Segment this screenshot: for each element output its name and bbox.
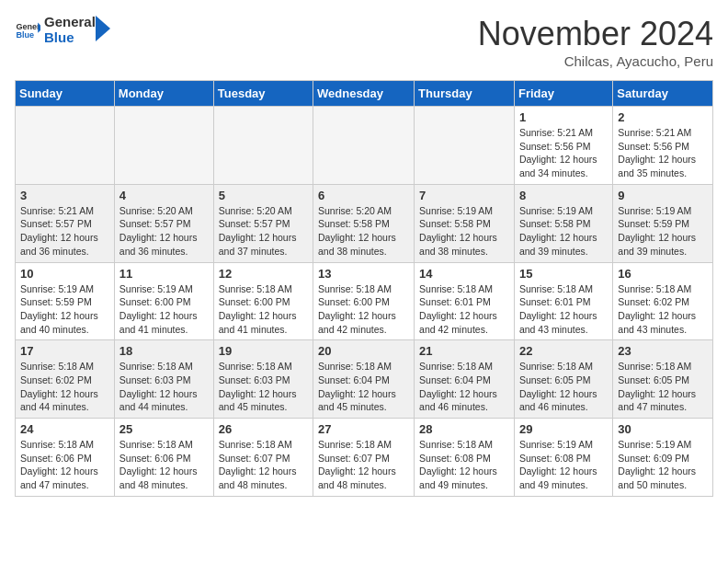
weekday-header-friday: Friday <box>514 81 612 107</box>
logo: General Blue General Blue <box>15 15 110 45</box>
weekday-header-thursday: Thursday <box>415 81 515 107</box>
logo-blue-text: Blue <box>44 30 96 46</box>
calendar-cell: 9Sunrise: 5:19 AM Sunset: 5:59 PM Daylig… <box>613 184 713 262</box>
calendar-cell: 10Sunrise: 5:19 AM Sunset: 5:59 PM Dayli… <box>16 262 115 340</box>
day-info: Sunrise: 5:18 AM Sunset: 6:07 PM Dayligh… <box>219 438 308 492</box>
calendar-cell: 15Sunrise: 5:18 AM Sunset: 6:01 PM Dayli… <box>514 262 612 340</box>
calendar-cell: 8Sunrise: 5:19 AM Sunset: 5:58 PM Daylig… <box>514 184 612 262</box>
day-number: 25 <box>119 422 209 436</box>
weekday-header-sunday: Sunday <box>16 81 115 107</box>
day-number: 21 <box>419 344 509 358</box>
day-number: 13 <box>318 267 409 281</box>
day-number: 6 <box>318 189 409 202</box>
calendar-cell <box>415 107 515 185</box>
day-info: Sunrise: 5:18 AM Sunset: 6:04 PM Dayligh… <box>419 360 509 414</box>
calendar-week-1: 1Sunrise: 5:21 AM Sunset: 5:56 PM Daylig… <box>16 107 713 185</box>
calendar-cell: 11Sunrise: 5:19 AM Sunset: 6:00 PM Dayli… <box>114 262 213 340</box>
day-info: Sunrise: 5:18 AM Sunset: 6:05 PM Dayligh… <box>519 360 608 414</box>
day-number: 11 <box>119 267 209 281</box>
day-info: Sunrise: 5:18 AM Sunset: 6:01 PM Dayligh… <box>419 282 509 337</box>
day-info: Sunrise: 5:18 AM Sunset: 6:07 PM Dayligh… <box>318 438 409 492</box>
calendar-cell: 21Sunrise: 5:18 AM Sunset: 6:04 PM Dayli… <box>415 340 515 419</box>
calendar-cell: 5Sunrise: 5:20 AM Sunset: 5:57 PM Daylig… <box>213 184 313 262</box>
calendar-cell: 24Sunrise: 5:18 AM Sunset: 6:06 PM Dayli… <box>16 419 115 497</box>
day-info: Sunrise: 5:21 AM Sunset: 5:57 PM Dayligh… <box>20 204 109 259</box>
day-number: 17 <box>20 344 109 358</box>
day-info: Sunrise: 5:19 AM Sunset: 5:58 PM Dayligh… <box>519 204 608 259</box>
calendar-cell: 1Sunrise: 5:21 AM Sunset: 5:56 PM Daylig… <box>514 107 612 185</box>
calendar-cell: 29Sunrise: 5:19 AM Sunset: 6:08 PM Dayli… <box>514 419 612 497</box>
calendar-cell: 12Sunrise: 5:18 AM Sunset: 6:00 PM Dayli… <box>213 262 313 340</box>
logo-icon: General Blue <box>15 17 40 43</box>
day-info: Sunrise: 5:20 AM Sunset: 5:57 PM Dayligh… <box>219 204 308 259</box>
day-info: Sunrise: 5:18 AM Sunset: 6:06 PM Dayligh… <box>20 438 109 492</box>
day-number: 5 <box>219 189 308 202</box>
calendar-cell: 14Sunrise: 5:18 AM Sunset: 6:01 PM Dayli… <box>415 262 515 340</box>
logo-general-text: General <box>44 15 96 30</box>
calendar-week-2: 3Sunrise: 5:21 AM Sunset: 5:57 PM Daylig… <box>16 184 713 262</box>
day-info: Sunrise: 5:21 AM Sunset: 5:56 PM Dayligh… <box>618 126 708 180</box>
calendar-week-5: 24Sunrise: 5:18 AM Sunset: 6:06 PM Dayli… <box>16 419 713 497</box>
day-info: Sunrise: 5:19 AM Sunset: 5:58 PM Dayligh… <box>419 204 509 259</box>
day-info: Sunrise: 5:18 AM Sunset: 6:02 PM Dayligh… <box>20 360 109 414</box>
calendar-cell <box>213 107 313 185</box>
day-number: 16 <box>618 267 708 281</box>
day-info: Sunrise: 5:19 AM Sunset: 6:00 PM Dayligh… <box>119 282 209 337</box>
day-number: 14 <box>419 267 509 281</box>
calendar-cell <box>313 107 415 185</box>
day-info: Sunrise: 5:20 AM Sunset: 5:58 PM Dayligh… <box>318 204 409 259</box>
day-number: 20 <box>318 344 409 358</box>
title-block: November 2024 Chilcas, Ayacucho, Peru <box>478 15 713 69</box>
svg-text:Blue: Blue <box>16 30 34 40</box>
day-number: 7 <box>419 189 509 202</box>
day-info: Sunrise: 5:18 AM Sunset: 6:04 PM Dayligh… <box>318 360 409 414</box>
day-number: 22 <box>519 344 608 358</box>
day-info: Sunrise: 5:18 AM Sunset: 6:02 PM Dayligh… <box>618 282 708 337</box>
calendar-cell: 20Sunrise: 5:18 AM Sunset: 6:04 PM Dayli… <box>313 340 415 419</box>
calendar-cell: 7Sunrise: 5:19 AM Sunset: 5:58 PM Daylig… <box>415 184 515 262</box>
day-number: 24 <box>20 422 109 436</box>
day-number: 12 <box>219 267 308 281</box>
calendar-cell: 6Sunrise: 5:20 AM Sunset: 5:58 PM Daylig… <box>313 184 415 262</box>
day-number: 10 <box>20 267 109 281</box>
day-number: 19 <box>219 344 308 358</box>
svg-text:General: General <box>16 21 40 30</box>
calendar-table: SundayMondayTuesdayWednesdayThursdayFrid… <box>15 80 713 497</box>
weekday-header-tuesday: Tuesday <box>213 81 313 107</box>
day-info: Sunrise: 5:19 AM Sunset: 5:59 PM Dayligh… <box>618 204 708 259</box>
calendar-cell: 30Sunrise: 5:19 AM Sunset: 6:09 PM Dayli… <box>613 419 713 497</box>
day-number: 18 <box>119 344 209 358</box>
logo-triangle <box>96 16 110 41</box>
day-number: 3 <box>20 189 109 202</box>
day-number: 30 <box>618 422 708 436</box>
day-info: Sunrise: 5:21 AM Sunset: 5:56 PM Dayligh… <box>519 126 608 180</box>
calendar-cell: 19Sunrise: 5:18 AM Sunset: 6:03 PM Dayli… <box>213 340 313 419</box>
calendar-week-4: 17Sunrise: 5:18 AM Sunset: 6:02 PM Dayli… <box>16 340 713 419</box>
day-info: Sunrise: 5:18 AM Sunset: 6:00 PM Dayligh… <box>318 282 409 337</box>
weekday-header-monday: Monday <box>114 81 213 107</box>
day-number: 15 <box>519 267 608 281</box>
day-number: 23 <box>618 344 708 358</box>
day-info: Sunrise: 5:18 AM Sunset: 6:00 PM Dayligh… <box>219 282 308 337</box>
day-info: Sunrise: 5:19 AM Sunset: 6:09 PM Dayligh… <box>618 438 708 492</box>
day-number: 1 <box>519 110 608 124</box>
weekday-header-saturday: Saturday <box>613 81 713 107</box>
calendar-cell: 3Sunrise: 5:21 AM Sunset: 5:57 PM Daylig… <box>16 184 115 262</box>
day-number: 4 <box>119 189 209 202</box>
day-info: Sunrise: 5:18 AM Sunset: 6:08 PM Dayligh… <box>419 438 509 492</box>
day-info: Sunrise: 5:18 AM Sunset: 6:05 PM Dayligh… <box>618 360 708 414</box>
calendar-cell: 16Sunrise: 5:18 AM Sunset: 6:02 PM Dayli… <box>613 262 713 340</box>
month-title: November 2024 <box>478 15 713 53</box>
page-header: General Blue General Blue November 2024 … <box>15 15 713 69</box>
day-number: 29 <box>519 422 608 436</box>
day-info: Sunrise: 5:19 AM Sunset: 5:59 PM Dayligh… <box>20 282 109 337</box>
calendar-week-3: 10Sunrise: 5:19 AM Sunset: 5:59 PM Dayli… <box>16 262 713 340</box>
calendar-cell: 22Sunrise: 5:18 AM Sunset: 6:05 PM Dayli… <box>514 340 612 419</box>
day-info: Sunrise: 5:18 AM Sunset: 6:01 PM Dayligh… <box>519 282 608 337</box>
calendar-cell: 4Sunrise: 5:20 AM Sunset: 5:57 PM Daylig… <box>114 184 213 262</box>
weekday-header-wednesday: Wednesday <box>313 81 415 107</box>
day-number: 28 <box>419 422 509 436</box>
calendar-cell: 23Sunrise: 5:18 AM Sunset: 6:05 PM Dayli… <box>613 340 713 419</box>
svg-marker-3 <box>96 16 110 41</box>
day-number: 8 <box>519 189 608 202</box>
